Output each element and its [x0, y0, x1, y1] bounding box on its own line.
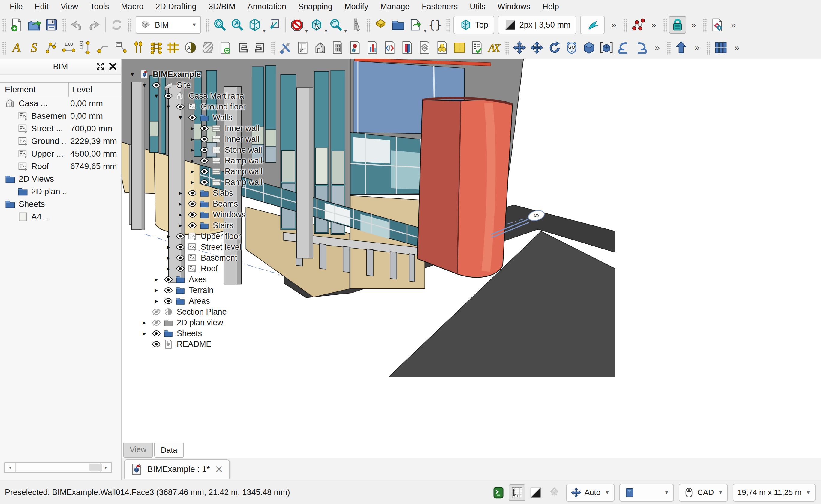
remove-from-2d-view-button[interactable] — [252, 39, 269, 56]
angle-dimension-button[interactable] — [43, 39, 60, 56]
close-tab-icon[interactable]: ✕ — [215, 463, 224, 475]
panel-row-2d-plan-[interactable]: 2D plan ... — [0, 185, 121, 198]
layers-button[interactable] — [372, 16, 390, 34]
toolbar-overflow-chevron[interactable]: » — [690, 43, 705, 53]
simple-copy-button[interactable] — [580, 39, 598, 56]
panel-row-upper-[interactable]: Upper ...4500,00 mm — [0, 148, 121, 160]
expander-closed-icon[interactable]: ▸ — [162, 232, 174, 240]
visibility-eye-icon[interactable] — [198, 156, 211, 166]
tab-data[interactable]: Data — [154, 443, 184, 458]
stop-operation-dropdown[interactable] — [288, 16, 306, 34]
visibility-eye-icon[interactable] — [198, 177, 211, 187]
tree-row-beams[interactable]: ▸Beams — [121, 198, 350, 209]
expander-open-icon[interactable]: ▾ — [150, 92, 162, 100]
float-panel-icon[interactable] — [95, 61, 105, 71]
tree-row-upper-floor[interactable]: ▸Upper floor — [121, 231, 350, 242]
ifc-explorer-button[interactable] — [381, 39, 399, 56]
quantities-button[interactable] — [346, 39, 364, 56]
section-plane-button[interactable] — [182, 39, 199, 56]
menu-item-macro[interactable]: Macro — [115, 1, 149, 12]
views-manager-button[interactable] — [294, 39, 312, 56]
toolbar-grip[interactable] — [366, 18, 370, 32]
report-chart-button[interactable] — [364, 39, 381, 56]
menu-item-manage[interactable]: Manage — [375, 1, 415, 12]
visibility-eye-icon[interactable] — [174, 253, 186, 263]
expander-closed-icon[interactable]: ▸ — [186, 135, 198, 143]
3d-viewport[interactable]: 5 VORNE RECHTS — [121, 59, 821, 480]
vertical-dimension-button[interactable] — [77, 39, 95, 56]
tree-row-terrain[interactable]: ▸Terrain — [121, 285, 350, 296]
visibility-eye-off-icon[interactable] — [150, 307, 162, 317]
tree-row-section-plane[interactable]: Section Plane — [121, 306, 350, 317]
tree-row-stairs[interactable]: ▸Stairs — [121, 220, 350, 231]
grid-toggle-button[interactable] — [509, 484, 525, 501]
tree-row-ground-floor[interactable]: ▾Ground floor — [121, 101, 350, 112]
line-style-button[interactable]: 2px | 3,50 mm — [498, 16, 577, 34]
panel-row-casa-[interactable]: Casa ...0,00 mm — [0, 97, 121, 110]
visibility-eye-icon[interactable] — [198, 134, 211, 144]
compound-button[interactable] — [598, 39, 615, 56]
toolbar-overflow-chevron[interactable]: » — [606, 20, 621, 30]
spreadsheet-button[interactable] — [451, 39, 468, 56]
tree-row-ramp-wall[interactable]: ▸Ramp wall — [121, 177, 350, 188]
grid-button[interactable] — [164, 39, 182, 56]
toolbar-grip[interactable] — [2, 18, 6, 32]
draw-style-button[interactable] — [527, 484, 544, 501]
tree-row-axes[interactable]: ▸Axes — [121, 274, 350, 285]
expander-closed-icon[interactable]: ▸ — [174, 189, 186, 197]
tree-row-ramp-wall[interactable]: ▸Ramp wall — [121, 166, 350, 177]
panel-row-sheets[interactable]: Sheets — [0, 198, 121, 210]
menu-item-annotation[interactable]: Annotation — [242, 1, 292, 12]
python-console-button[interactable] — [490, 484, 507, 501]
refresh-button[interactable] — [108, 16, 125, 34]
windows-schedule-button[interactable] — [329, 39, 346, 56]
toolbar-grip[interactable] — [623, 18, 627, 32]
visibility-eye-icon[interactable] — [186, 199, 198, 209]
bim-setup-button[interactable] — [277, 39, 294, 56]
column-header-element[interactable]: Element — [0, 83, 69, 97]
door-tool-button[interactable] — [399, 39, 416, 56]
panel-horizontal-scrollbar[interactable]: ◂ ▸ — [4, 462, 112, 473]
save-button[interactable] — [43, 16, 60, 34]
menu-item-windows[interactable]: Windows — [492, 1, 536, 12]
shape-string-button[interactable] — [25, 39, 43, 56]
snap-move-button[interactable] — [528, 39, 545, 56]
panel-row-basement[interactable]: Basement0,00 mm — [0, 110, 121, 122]
visibility-eye-off-icon[interactable] — [150, 318, 162, 327]
annotation-text-button[interactable] — [8, 39, 25, 56]
column-header-level[interactable]: Level — [69, 85, 92, 94]
annotation-styles-button[interactable] — [485, 39, 503, 56]
menu-item-2d-drafting[interactable]: 2D Drafting — [150, 1, 202, 12]
tree-row-street-level[interactable]: ▸Street level — [121, 242, 350, 252]
visibility-eye-icon[interactable] — [198, 167, 211, 176]
panel-row-street-[interactable]: Street ...700,00 mm — [0, 122, 121, 135]
visibility-eye-icon[interactable] — [198, 124, 211, 133]
group-button[interactable] — [390, 16, 407, 34]
toolbar-grip[interactable] — [667, 41, 671, 55]
toolbar-grip[interactable] — [706, 41, 710, 55]
open-document-button[interactable] — [25, 16, 43, 34]
clone-button[interactable] — [563, 39, 580, 56]
expander-closed-icon[interactable]: ▸ — [138, 330, 150, 337]
fit-selection-button[interactable] — [229, 16, 246, 34]
redo-button[interactable] — [85, 16, 103, 34]
tree-row-windows[interactable]: ▸Windows — [121, 209, 350, 220]
menu-item-file[interactable]: File — [4, 1, 28, 12]
toolbar-grip[interactable] — [663, 18, 667, 32]
export-dropdown[interactable] — [407, 16, 424, 34]
nudge-dropdown[interactable]: ▼ — [620, 484, 674, 502]
tree-row-walls[interactable]: ▾Walls — [121, 112, 350, 123]
red-curved-wall[interactable] — [417, 98, 512, 277]
visibility-eye-icon[interactable] — [186, 188, 198, 198]
menu-item-view[interactable]: View — [55, 1, 83, 12]
expander-closed-icon[interactable]: ▸ — [162, 243, 174, 251]
upgrade-button[interactable] — [673, 39, 690, 56]
expander-closed-icon[interactable]: ▸ — [138, 319, 150, 327]
leader-button[interactable] — [95, 39, 112, 56]
tree-row-areas[interactable]: ▸Areas — [121, 296, 350, 306]
knot-indicator-button[interactable] — [546, 484, 563, 501]
expander-closed-icon[interactable]: ▸ — [150, 297, 162, 305]
toolbar-grip[interactable] — [271, 41, 275, 55]
panel-row-2d-views[interactable]: 2D Views — [0, 173, 121, 185]
axis-system-button[interactable] — [147, 39, 164, 56]
